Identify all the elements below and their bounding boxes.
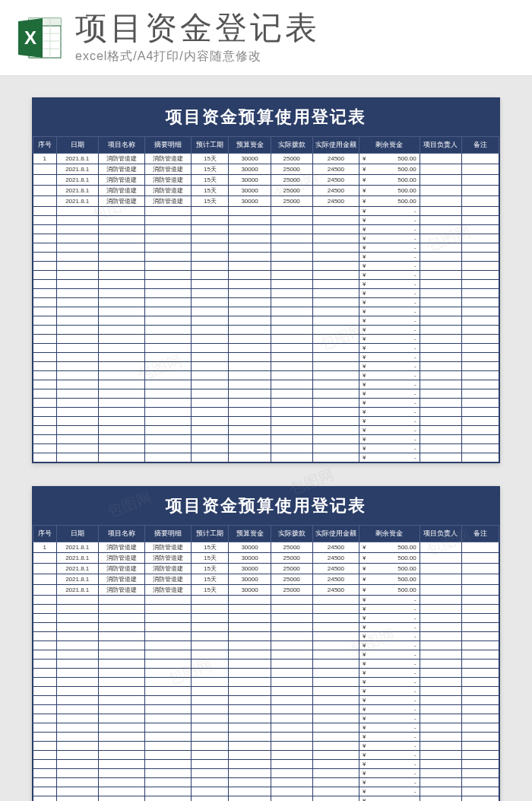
table-cell <box>461 542 499 553</box>
table-cell <box>229 435 271 444</box>
table-cell <box>312 733 359 742</box>
table-cell <box>420 751 461 760</box>
table-cell: 消防管道建 <box>145 542 192 553</box>
table-cell <box>420 417 461 426</box>
table-cell <box>271 723 312 733</box>
table-cell <box>56 796 98 802</box>
table-cell <box>312 225 359 234</box>
table-cell <box>98 696 144 705</box>
column-header: 日期 <box>56 526 98 542</box>
table-cell <box>461 453 499 462</box>
table-cell: 消防管道建 <box>145 574 192 585</box>
table-cell <box>56 723 98 733</box>
table-cell <box>312 632 359 641</box>
table-cell <box>312 769 359 778</box>
table-cell <box>192 751 229 760</box>
table-cell <box>271 316 312 326</box>
column-header: 预算资金 <box>229 137 271 154</box>
table-cell <box>145 353 192 362</box>
table-cell <box>420 186 461 196</box>
table-cell <box>98 596 144 605</box>
table-cell <box>229 632 271 641</box>
table-cell <box>33 262 57 271</box>
table-cell <box>229 742 271 751</box>
table-cell <box>33 453 57 462</box>
table-cell <box>420 326 461 335</box>
table-cell <box>420 175 461 186</box>
table-cell: 消防管道建 <box>145 564 192 574</box>
table-cell: ¥- <box>359 216 420 225</box>
column-header: 预计工期 <box>192 137 229 154</box>
table-cell: ¥- <box>359 453 420 462</box>
table-cell <box>420 164 461 175</box>
table-cell <box>312 335 359 344</box>
table-cell <box>98 705 144 714</box>
table-row: ¥- <box>33 696 499 705</box>
table-cell <box>420 742 461 751</box>
table-cell <box>461 164 499 175</box>
table-cell <box>271 417 312 426</box>
table-cell <box>56 760 98 769</box>
table-cell: ¥- <box>359 335 420 344</box>
table-cell <box>312 243 359 253</box>
table-cell: 15天 <box>192 542 229 553</box>
table-cell <box>33 362 57 371</box>
table-cell <box>56 243 98 253</box>
table-cell <box>33 641 57 650</box>
table-cell <box>312 426 359 435</box>
table-cell: 30000 <box>229 164 271 175</box>
table-row: ¥- <box>33 614 499 623</box>
table-cell <box>461 426 499 435</box>
table-cell <box>145 298 192 307</box>
table-cell <box>192 769 229 778</box>
table-cell <box>461 623 499 632</box>
table-row: ¥- <box>33 787 499 796</box>
table-cell: ¥- <box>359 714 420 723</box>
table-cell: 1 <box>33 542 57 553</box>
table-cell <box>461 796 499 802</box>
table-cell <box>312 714 359 723</box>
table-cell <box>192 417 229 426</box>
table-cell <box>461 574 499 585</box>
column-header: 预计工期 <box>192 526 229 542</box>
sheet-title: 项目资金预算使用登记表 <box>33 487 499 525</box>
table-cell <box>56 307 98 316</box>
table-cell <box>33 164 57 175</box>
table-cell <box>33 225 57 234</box>
table-cell <box>56 326 98 335</box>
table-cell <box>229 353 271 362</box>
table-cell <box>98 632 144 641</box>
table-cell <box>312 371 359 380</box>
table-cell <box>98 216 144 225</box>
table-cell <box>192 271 229 280</box>
table-cell <box>271 335 312 344</box>
table-cell <box>98 307 144 316</box>
table-cell <box>461 678 499 687</box>
table-cell <box>229 307 271 316</box>
table-cell: ¥500.00 <box>359 585 420 596</box>
table-cell <box>420 796 461 802</box>
svg-text:X: X <box>24 27 36 48</box>
table-cell <box>271 742 312 751</box>
table-cell <box>192 207 229 216</box>
table-cell <box>229 298 271 307</box>
table-cell <box>229 444 271 453</box>
sheet-1: 项目资金预算使用登记表 序号日期项目名称摘要明细预计工期预算资金实际拨款实际使用… <box>32 97 500 463</box>
table-cell <box>98 426 144 435</box>
table-row: ¥- <box>33 335 499 344</box>
table-cell <box>271 596 312 605</box>
table-cell <box>229 207 271 216</box>
table-cell <box>98 742 144 751</box>
table-row: ¥- <box>33 426 499 435</box>
table-row: ¥- <box>33 705 499 714</box>
table-cell: ¥- <box>359 705 420 714</box>
table-cell <box>461 253 499 262</box>
table-cell <box>192 371 229 380</box>
table-cell: 15天 <box>192 186 229 196</box>
table-cell <box>312 280 359 289</box>
table-row: 12021.8.1消防管道建消防管道建15天300002500024500¥50… <box>33 542 499 553</box>
table-cell <box>461 733 499 742</box>
table-cell <box>98 225 144 234</box>
table-cell <box>98 271 144 280</box>
table-cell: 消防管道建 <box>98 196 144 207</box>
